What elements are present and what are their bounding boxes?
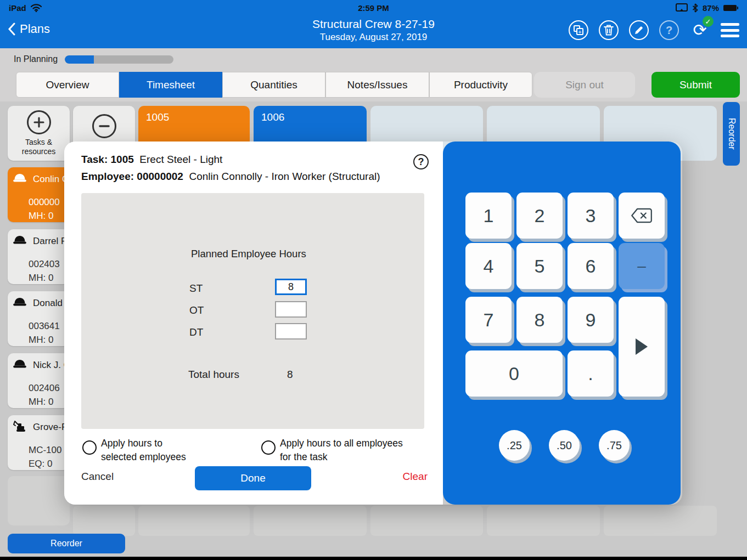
- clear-button[interactable]: Clear: [403, 471, 428, 483]
- tab-overview[interactable]: Overview: [16, 72, 119, 98]
- radio-apply-selected[interactable]: [82, 440, 97, 455]
- dt-label: DT: [189, 326, 203, 338]
- reorder-tasks-button[interactable]: Reorder: [723, 102, 740, 166]
- key-9[interactable]: 9: [568, 297, 614, 343]
- empty-resource-slot: [8, 476, 70, 525]
- employee-card-nick[interactable]: Nick J. C 002406 MH: 0: [8, 353, 69, 408]
- help-button[interactable]: ?: [659, 20, 679, 40]
- backspace-icon: [631, 207, 653, 224]
- delete-button[interactable]: [599, 20, 619, 40]
- trash-icon: [604, 25, 614, 36]
- next-arrow-icon: [636, 338, 648, 355]
- radio-apply-all-label: Apply hours to all employees for the tas…: [280, 437, 403, 463]
- radio-apply-all[interactable]: [261, 440, 276, 455]
- employee-card-donald[interactable]: Donald 003641 MH: 0: [8, 291, 69, 346]
- sync-success-badge: ✓: [703, 16, 714, 27]
- key-1[interactable]: 1: [465, 193, 512, 239]
- grid-cell: [138, 506, 250, 536]
- minus-icon: –: [637, 257, 646, 275]
- total-hours-label: Total hours: [188, 369, 239, 381]
- equipment-card-grove[interactable]: Grove-R MC-100 EQ: 0: [8, 415, 69, 470]
- help-icon: ?: [666, 24, 672, 37]
- radio-apply-selected-label: Apply hours to selected employees: [101, 437, 186, 463]
- nav-bar: Plans Structural Crew 8-27-19 Tuesday, A…: [0, 15, 747, 48]
- done-button[interactable]: Done: [195, 466, 311, 490]
- st-label: ST: [189, 282, 203, 295]
- key-3[interactable]: 3: [568, 193, 614, 239]
- edit-icon: [634, 25, 644, 35]
- grid-cell: [73, 506, 135, 536]
- hard-hat-icon: [13, 234, 27, 248]
- menu-button[interactable]: [721, 23, 739, 37]
- question-mark-icon: ?: [418, 156, 424, 168]
- add-tasks-resources-button[interactable]: Tasks & resources: [8, 106, 70, 161]
- edit-button[interactable]: [629, 20, 649, 40]
- total-hours-value: 8: [287, 369, 293, 381]
- tab-productivity[interactable]: Productivity: [429, 72, 532, 98]
- hours-dialog-form: Task: 1005 Erect Steel - Light Employee:…: [64, 142, 443, 505]
- key-8[interactable]: 8: [516, 297, 563, 343]
- key-7[interactable]: 7: [465, 297, 512, 343]
- hard-hat-icon: [13, 358, 27, 372]
- hard-hat-icon: [13, 172, 27, 186]
- tab-timesheet[interactable]: Timesheet: [119, 72, 222, 98]
- planning-progress-bar: [65, 55, 173, 64]
- key-2[interactable]: 2: [516, 193, 563, 239]
- task-name: Erect Steel - Light: [139, 154, 222, 165]
- st-hours-input[interactable]: [275, 279, 307, 295]
- key-quarter[interactable]: .25: [499, 430, 530, 461]
- numpad-panel: 1 2 3 4 5 6 – 7 8 9 0 . .25 .50 .75: [443, 142, 681, 505]
- panel-title: Planned Employee Hours: [191, 248, 306, 260]
- plus-icon: [27, 110, 51, 134]
- grid-cell: [487, 506, 600, 536]
- grid-cell: [604, 506, 717, 536]
- key-minus[interactable]: –: [619, 243, 665, 289]
- grid-cell: [370, 506, 483, 536]
- planning-progress-fill: [65, 55, 94, 64]
- submit-button[interactable]: Submit: [651, 72, 740, 98]
- key-0[interactable]: 0: [465, 350, 563, 397]
- hard-hat-icon: [13, 296, 27, 310]
- clock: 2:59 PM: [0, 3, 747, 13]
- employee-name: Conlin Connolly - Iron Worker (Structura…: [189, 171, 380, 182]
- dt-hours-input[interactable]: [275, 323, 307, 340]
- ot-label: OT: [189, 304, 204, 316]
- key-4[interactable]: 4: [465, 243, 512, 289]
- excavator-icon: [13, 420, 28, 435]
- cancel-button[interactable]: Cancel: [81, 471, 114, 483]
- menu-icon: [721, 23, 739, 26]
- employee-card-darrel[interactable]: Darrel P. 002403 MH: 0: [8, 229, 69, 284]
- key-half[interactable]: .50: [549, 430, 580, 461]
- sign-out-button[interactable]: Sign out: [534, 72, 635, 98]
- dialog-employee-line: Employee: 00000002 Conlin Connolly - Iro…: [81, 171, 380, 183]
- planned-hours-panel: Planned Employee Hours ST OT DT Total ho…: [81, 193, 424, 429]
- tab-quantities[interactable]: Quantities: [222, 72, 325, 98]
- task-label: Task: 1005: [81, 154, 134, 165]
- dialog-task-line: Task: 1005 Erect Steel - Light: [81, 154, 222, 166]
- reorder-resources-button[interactable]: Reorder: [8, 534, 125, 553]
- key-backspace[interactable]: [619, 193, 665, 239]
- status-label: In Planning: [14, 54, 58, 64]
- tab-notes-issues[interactable]: Notes/Issues: [325, 72, 429, 98]
- add-tasks-label: Tasks & resources: [8, 138, 70, 157]
- key-decimal[interactable]: .: [568, 350, 614, 397]
- key-next[interactable]: [619, 297, 665, 397]
- sync-button[interactable]: ⟳ ✓: [689, 20, 710, 41]
- key-6[interactable]: 6: [568, 243, 614, 289]
- ot-hours-input[interactable]: [275, 301, 307, 318]
- duplicate-icon: +: [574, 25, 583, 35]
- employee-label: Employee: 00000002: [81, 171, 183, 182]
- duplicate-button[interactable]: +: [569, 20, 588, 40]
- key-5[interactable]: 5: [516, 243, 563, 289]
- status-bar: iPad 2:59 PM 87%: [0, 0, 747, 15]
- dialog-help-button[interactable]: ?: [413, 154, 429, 169]
- key-three-quarter[interactable]: .75: [599, 430, 630, 461]
- minus-icon: [92, 114, 116, 138]
- employee-card-conlin[interactable]: Conlin C 000000 MH: 0: [8, 167, 69, 222]
- bottom-edge-bar: [0, 557, 747, 560]
- grid-cell: [254, 506, 367, 536]
